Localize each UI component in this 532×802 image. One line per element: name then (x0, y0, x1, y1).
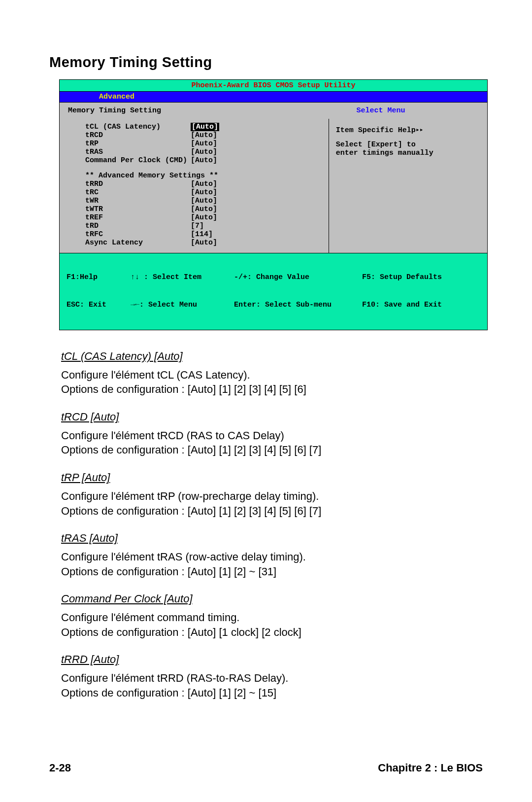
setting-row[interactable]: tRRD [Auto] (67, 180, 324, 188)
desc-item: tCL (CAS Latency) [Auto] Configure l'élé… (61, 349, 471, 397)
desc-body: Configure l'élément tRP (row-precharge d… (61, 489, 471, 518)
setting-value[interactable]: [Auto] (191, 213, 217, 222)
desc-body: Configure l'élément tRRD (RAS-to-RAS Del… (61, 671, 471, 700)
chapter-label: Chapitre 2 : Le BIOS (378, 762, 483, 774)
desc-body: Configure l'élément command timing. Opti… (61, 610, 471, 639)
bios-select-menu-label: Select Menu (329, 106, 482, 115)
desc-item: tRCD [Auto] Configure l'élément tRCD (RA… (61, 410, 471, 457)
footer-select-menu: →←: Select Menu (131, 301, 234, 310)
bios-footer: F1:Help ↑↓ : Select Item -/+: Change Val… (60, 253, 487, 330)
setting-label: tRRD (67, 180, 191, 188)
desc-heading: tRCD [Auto] (61, 410, 471, 424)
setting-row[interactable]: tCL (CAS Latency) [Auto] (67, 123, 324, 131)
descriptions: tCL (CAS Latency) [Auto] Configure l'élé… (49, 349, 483, 700)
setting-row[interactable]: tREF [Auto] (67, 213, 324, 222)
setting-value[interactable]: [114] (191, 230, 213, 239)
setting-row[interactable]: Async Latency [Auto] (67, 239, 324, 247)
right-arrows-icon: ▸▸ (416, 126, 424, 134)
setting-row[interactable]: tRAS [Auto] (67, 148, 324, 156)
desc-line: Options de configuration : [Auto] [1] [2… (61, 564, 471, 579)
setting-label: tWR (67, 197, 191, 205)
footer-f1: F1:Help (66, 273, 131, 282)
setting-value[interactable]: [Auto] (191, 123, 219, 131)
desc-heading: Command Per Clock [Auto] (61, 592, 471, 606)
desc-item: Command Per Clock [Auto] Configure l'élé… (61, 592, 471, 639)
desc-line: Options de configuration : [Auto] [1] [2… (61, 686, 471, 700)
desc-line: Options de configuration : [Auto] [1 clo… (61, 625, 471, 640)
page-footer: 2-28 Chapitre 2 : Le BIOS (49, 762, 483, 774)
help-title: Item Specific Help▸▸ (336, 126, 482, 135)
help-line-2: enter timings manually (336, 149, 482, 157)
setting-value[interactable]: [Auto] (191, 197, 217, 205)
setting-label: tREF (67, 213, 191, 222)
setting-value[interactable]: [Auto] (191, 188, 217, 197)
footer-enter: Enter: Select Sub-menu (234, 301, 362, 310)
page-number: 2-28 (49, 762, 71, 774)
bios-box: Phoenix-Award BIOS CMOS Setup Utility Ad… (59, 79, 488, 330)
setting-row[interactable]: tWTR [Auto] (67, 205, 324, 213)
setting-value[interactable]: [Auto] (191, 239, 217, 247)
bios-subtitle: Memory Timing Setting (67, 106, 329, 115)
bios-header: Phoenix-Award BIOS CMOS Setup Utility (60, 80, 487, 92)
setting-row[interactable]: Command Per Clock (CMD) [Auto] (67, 156, 324, 165)
desc-body: Configure l'élément tCL (CAS Latency). O… (61, 368, 471, 397)
desc-heading: tRAS [Auto] (61, 531, 471, 546)
desc-line: Options de configuration : [Auto] [1] [2… (61, 443, 471, 457)
desc-line: Configure l'élément tRP (row-precharge d… (61, 489, 471, 504)
desc-body: Configure l'élément tRAS (row-active del… (61, 550, 471, 579)
footer-change-value: -/+: Change Value (234, 273, 362, 282)
setting-label: tRAS (67, 148, 191, 156)
desc-heading: tRP [Auto] (61, 470, 471, 485)
setting-row[interactable]: tRD [7] (67, 222, 324, 230)
desc-line: Options de configuration : [Auto] [1] [2… (61, 504, 471, 519)
setting-label: Async Latency (67, 239, 191, 247)
setting-row[interactable]: tRP [Auto] (67, 139, 324, 148)
setting-value[interactable]: [Auto] (191, 180, 217, 188)
footer-select-item: ↑↓ : Select Item (131, 273, 234, 282)
desc-item: tRAS [Auto] Configure l'élément tRAS (ro… (61, 531, 471, 579)
desc-line: Configure l'élément command timing. (61, 610, 471, 625)
footer-f10: F10: Save and Exit (362, 301, 480, 310)
advanced-settings-header: ** Advanced Memory Settings ** (67, 172, 324, 180)
desc-line: Configure l'élément tRRD (RAS-to-RAS Del… (61, 671, 471, 686)
setting-row[interactable]: tRC [Auto] (67, 188, 324, 197)
setting-label: tRD (67, 222, 191, 230)
setting-row[interactable]: tWR [Auto] (67, 197, 324, 205)
desc-line: Configure l'élément tCL (CAS Latency). (61, 368, 471, 383)
setting-label: tWTR (67, 205, 191, 213)
bios-body: Memory Timing Setting Select Menu tCL (C… (60, 103, 487, 253)
setting-label: Command Per Clock (CMD) (67, 156, 191, 165)
desc-heading: tRRD [Auto] (61, 652, 471, 667)
setting-value[interactable]: [Auto] (191, 148, 217, 156)
desc-line: Configure l'élément tRAS (row-active del… (61, 550, 471, 564)
bios-tab-advanced[interactable]: Advanced (99, 93, 134, 101)
desc-line: Configure l'élément tRCD (RAS to CAS Del… (61, 428, 471, 443)
bios-help-pane: Item Specific Help▸▸ Select [Expert] to … (329, 119, 487, 253)
setting-row[interactable]: tRCD [Auto] (67, 131, 324, 139)
desc-item: tRRD [Auto] Configure l'élément tRRD (RA… (61, 652, 471, 700)
setting-value[interactable]: [Auto] (191, 131, 217, 139)
help-title-text: Item Specific Help (336, 126, 416, 135)
setting-value[interactable]: [Auto] (191, 156, 217, 165)
page-title: Memory Timing Setting (49, 54, 483, 70)
setting-value[interactable]: [Auto] (191, 205, 217, 213)
bios-tabbar: Advanced (60, 92, 487, 103)
setting-value[interactable]: [Auto] (191, 139, 217, 148)
setting-row[interactable]: tRFC [114] (67, 230, 324, 239)
help-line-1: Select [Expert] to (336, 140, 482, 149)
setting-label: tRC (67, 188, 191, 197)
help-text: Select [Expert] to enter timings manuall… (336, 140, 482, 157)
desc-body: Configure l'élément tRCD (RAS to CAS Del… (61, 428, 471, 457)
desc-heading: tCL (CAS Latency) [Auto] (61, 349, 471, 364)
footer-f5: F5: Setup Defaults (362, 273, 480, 282)
bios-settings-pane: tCL (CAS Latency) [Auto] tRCD [Auto] tRP… (60, 119, 329, 253)
desc-item: tRP [Auto] Configure l'élément tRP (row-… (61, 470, 471, 518)
footer-esc: ESC: Exit (66, 301, 131, 310)
desc-line: Options de configuration : [Auto] [1] [2… (61, 382, 471, 397)
setting-label: tRCD (67, 131, 191, 139)
page: Memory Timing Setting Phoenix-Award BIOS… (0, 0, 532, 802)
setting-label: tRFC (67, 230, 191, 239)
setting-value[interactable]: [7] (191, 222, 204, 230)
setting-label: tCL (CAS Latency) (67, 123, 191, 131)
setting-label: tRP (67, 139, 191, 148)
